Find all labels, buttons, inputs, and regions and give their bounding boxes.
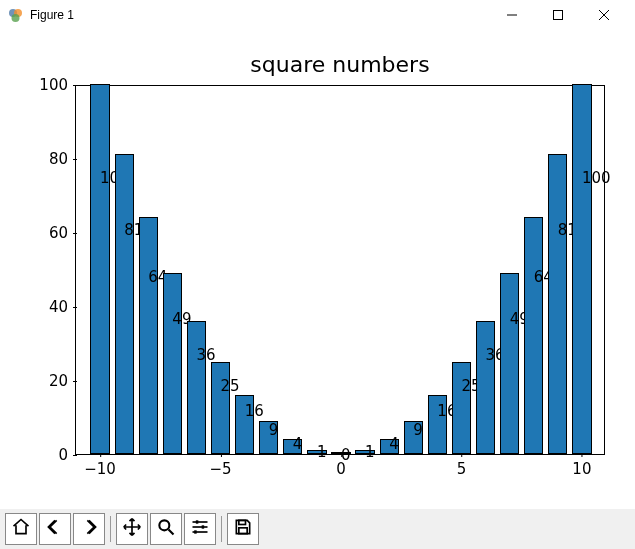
bar <box>452 362 471 455</box>
configure-button[interactable] <box>184 513 216 545</box>
back-button[interactable] <box>39 513 71 545</box>
chart-title: square numbers <box>75 52 605 77</box>
y-tick-label: 80 <box>49 150 76 168</box>
svg-rect-15 <box>239 520 246 524</box>
forward-button[interactable] <box>73 513 105 545</box>
bar <box>428 395 447 454</box>
matplotlib-toolbar <box>0 509 635 549</box>
y-tick-label: 40 <box>49 298 76 316</box>
forward-icon <box>79 517 99 541</box>
y-tick-label: 20 <box>49 372 76 390</box>
bar <box>476 321 495 454</box>
chart-bars: 1008164493625169410149162536496481100 <box>76 85 605 454</box>
bar <box>524 217 543 454</box>
x-tick-label: 10 <box>572 454 591 478</box>
bar <box>259 421 278 454</box>
bar <box>187 321 206 454</box>
svg-point-7 <box>159 520 169 530</box>
svg-rect-13 <box>202 525 205 528</box>
app-icon <box>8 7 24 23</box>
bar <box>307 450 326 454</box>
zoom-button[interactable] <box>150 513 182 545</box>
svg-line-8 <box>169 530 174 535</box>
bar <box>211 362 230 455</box>
x-tick-label: −5 <box>209 454 231 478</box>
svg-point-2 <box>12 14 20 22</box>
y-tick-label: 100 <box>39 76 76 94</box>
svg-rect-16 <box>239 528 247 534</box>
home-button[interactable] <box>5 513 37 545</box>
titlebar: Figure 1 <box>0 0 635 30</box>
chart-axes: 1008164493625169410149162536496481100 02… <box>75 85 605 455</box>
bar <box>380 439 399 454</box>
bar <box>548 154 567 454</box>
toolbar-separator <box>221 516 222 542</box>
minimize-button[interactable] <box>489 0 535 30</box>
window-title: Figure 1 <box>30 8 74 22</box>
y-tick-label: 60 <box>49 224 76 242</box>
svg-rect-4 <box>554 11 563 20</box>
pan-button[interactable] <box>116 513 148 545</box>
x-tick-label: −10 <box>84 454 116 478</box>
close-button[interactable] <box>581 0 627 30</box>
home-icon <box>11 517 31 541</box>
svg-rect-14 <box>194 530 197 533</box>
bar <box>163 273 182 454</box>
sliders-icon <box>190 517 210 541</box>
bar <box>404 421 423 454</box>
bar <box>283 439 302 454</box>
bar <box>572 84 591 454</box>
bar <box>500 273 519 454</box>
x-tick-label: 0 <box>336 454 346 478</box>
back-icon <box>45 517 65 541</box>
bar <box>90 84 109 454</box>
zoom-icon <box>156 517 176 541</box>
bar <box>139 217 158 454</box>
pan-icon <box>122 517 142 541</box>
bar <box>355 450 374 454</box>
maximize-button[interactable] <box>535 0 581 30</box>
bar <box>235 395 254 454</box>
bar <box>115 154 134 454</box>
plot-area: square numbers 1008164493625169410149162… <box>0 30 635 509</box>
x-tick-label: 5 <box>457 454 467 478</box>
save-button[interactable] <box>227 513 259 545</box>
svg-rect-12 <box>196 520 199 523</box>
save-icon <box>233 517 253 541</box>
toolbar-separator <box>110 516 111 542</box>
y-tick-label: 0 <box>58 446 76 464</box>
